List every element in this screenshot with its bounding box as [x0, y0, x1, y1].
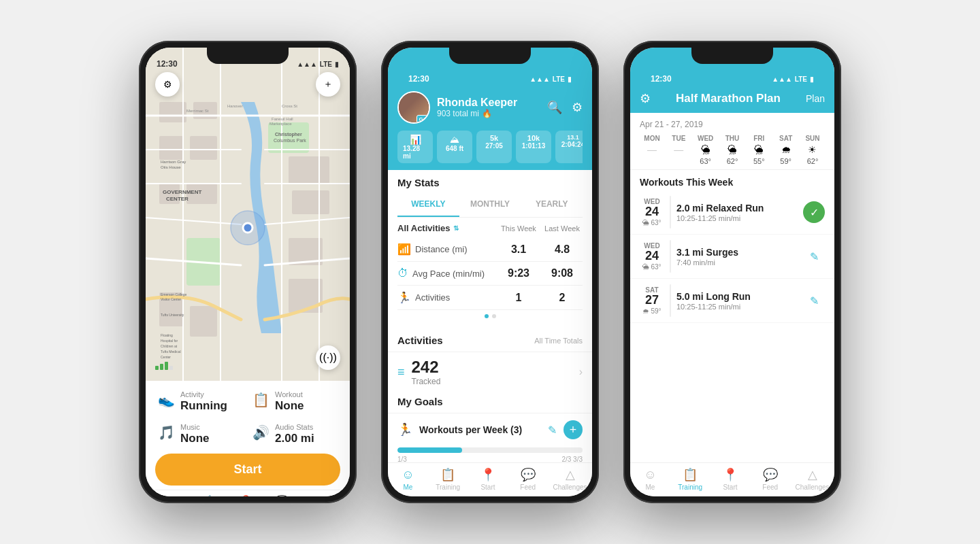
workout-action-2[interactable]: ✎ — [803, 245, 825, 267]
music-control[interactable]: 🎵 Music None — [155, 420, 246, 449]
activities-section: Activities All Time Totals ≡ 242 Tracked… — [388, 329, 592, 392]
list-icon: ≡ — [397, 365, 405, 379]
nav-challenges-1[interactable]: △ Challenges — [303, 494, 337, 496]
nav-start-1[interactable]: 📍 Start — [231, 494, 261, 496]
challenges-icon-1: △ — [315, 494, 325, 496]
workout-weather-2: 🌦 63° — [642, 263, 661, 271]
nav-challenges-3[interactable]: △ Challenges — [796, 467, 830, 491]
svg-text:Floating: Floating — [161, 333, 173, 337]
stats-row-distance: 📶 Distance (mi) 3.1 4.8 — [397, 237, 583, 262]
signal-bar-3 — [165, 362, 168, 370]
nav-training-1[interactable]: 📋 Training — [195, 494, 225, 496]
svg-text:CENTER: CENTER — [166, 196, 189, 202]
music-value: None — [180, 432, 210, 445]
badge-label-5k: 5k — [490, 134, 498, 142]
nav-start-2[interactable]: 📍 Start — [473, 467, 503, 491]
svg-text:Hanover: Hanover — [227, 104, 243, 108]
lte-icon-1: LTE — [320, 61, 332, 68]
signal-bar-4 — [169, 366, 173, 370]
distance-this-week: 3.1 — [498, 243, 539, 256]
workout-title-3: 5.0 mi Long Run — [676, 290, 798, 303]
nav-training-3[interactable]: 📋 Training — [675, 467, 705, 491]
audio-control[interactable]: 🔊 Audio Stats 2.00 mi — [250, 420, 340, 449]
workout-weather-1: 🌦 63° — [642, 219, 661, 226]
lte-label-2: LTE — [553, 75, 565, 83]
nav-me-2[interactable]: ☺ Me — [393, 468, 423, 491]
workout-control[interactable]: 📋 Workout None — [250, 388, 340, 416]
workout-temp-1: 63° — [651, 219, 661, 226]
workout-pace-2: 7:40 min/mi — [676, 258, 798, 267]
add-button[interactable]: ＋ — [316, 72, 340, 97]
badges-row: 📊 13.28 mi ⛰ 648 ft 5k 27:05 10k 1:01:13 — [397, 131, 583, 163]
fri-weather-icon: 🌦 — [754, 144, 764, 155]
status-time-3: 12:30 — [651, 74, 672, 84]
nav-training-2[interactable]: 📋 Training — [433, 467, 463, 491]
my-stats-title: My Stats — [397, 177, 583, 188]
status-icons-3: ▲▲▲ LTE ▮ — [772, 75, 814, 83]
search-icon-2[interactable]: 🔍 — [547, 100, 562, 115]
goal-add-button[interactable]: + — [564, 420, 583, 439]
battery-icon-1: ▮ — [335, 61, 339, 68]
calendar-days: MON — TUE — WED 🌦 63° T — [640, 135, 825, 165]
workout-weather-3: 🌧 59° — [642, 307, 661, 315]
gear-icon-2[interactable]: ⚙ — [572, 100, 583, 115]
badge-val-elevation: 648 ft — [446, 145, 463, 152]
nav-feed-1[interactable]: 💬 Feed — [267, 494, 297, 496]
signal-icon-1: ▲▲▲ — [297, 61, 317, 68]
music-label: Music — [180, 423, 210, 432]
nav-start-3[interactable]: 📍 Start — [715, 467, 745, 491]
bottom-nav-2: ☺ Me 📋 Training 📍 Start 💬 Feed △ Ch — [388, 462, 592, 496]
nav-me-1[interactable]: ☺ Me — [159, 495, 189, 496]
start-button[interactable]: Start — [155, 454, 340, 486]
nav-me-3[interactable]: ☺ Me — [635, 468, 665, 491]
nav-feed-3[interactable]: 💬 Feed — [755, 467, 785, 491]
workout-title-1: 2.0 mi Relaxed Run — [676, 202, 798, 214]
settings-button[interactable]: ⚙ — [155, 72, 180, 97]
tab-weekly[interactable]: WEEKLY — [397, 192, 459, 217]
badge-val-5k: 27:05 — [485, 142, 503, 150]
stats-header-row: All Activities ⇅ This Week Last Week — [397, 223, 583, 233]
workout-item-3: SAT 27 🌧 59° 5.0 mi Long Run 10:25-11:25… — [630, 279, 834, 323]
goal-run-icon: 🏃 — [397, 422, 412, 437]
nav-training-label-2: Training — [436, 483, 460, 491]
plan-button[interactable]: Plan — [806, 93, 825, 104]
svg-text:Tufts Medical: Tufts Medical — [161, 350, 181, 354]
goal-edit-icon[interactable]: ✎ — [548, 424, 557, 437]
bottom-nav-3: ☺ Me 📋 Training 📍 Start 💬 Feed △ Ch — [630, 462, 834, 496]
workout-weather-icon-2: 🌦 — [642, 263, 649, 271]
stats-filter[interactable]: All Activities ⇅ — [397, 223, 459, 233]
badge-val-half: 2:04:24 — [561, 141, 583, 148]
goals-section-header: My Goals — [388, 392, 592, 413]
music-icon: 🎵 — [158, 424, 175, 441]
activities-row[interactable]: ≡ 242 Tracked › — [388, 352, 592, 392]
feed-icon-1: 💬 — [274, 494, 289, 496]
activities-section-header: Activities All Time Totals — [388, 329, 592, 352]
badge-val-distance: 13.28 mi — [403, 145, 427, 160]
workout-action-1[interactable]: ✓ — [803, 201, 825, 223]
tab-yearly[interactable]: YEARLY — [521, 192, 583, 217]
header-icons: 🔍 ⚙ — [547, 100, 583, 115]
svg-text:Hospital for: Hospital for — [161, 339, 178, 343]
bottom-nav-1: ☺ Me 📋 Training 📍 Start 💬 Feed — [155, 490, 340, 496]
wifi-button[interactable]: ((·)) — [316, 345, 340, 370]
notch-1 — [207, 48, 289, 64]
workout-info-2: 3.1 mi Surges 7:40 min/mi — [676, 246, 798, 267]
nav-challenges-2[interactable]: △ Challenges — [553, 467, 587, 491]
workout-label: Workout — [275, 390, 304, 399]
workout-divider-1 — [670, 196, 671, 228]
cal-day-wed: WED 🌦 63° — [693, 135, 718, 165]
stats-tabs: WEEKLY MONTHLY YEARLY — [397, 192, 583, 218]
goals-section: My Goals 🏃 Workouts per Week (3) ✎ + 1/3… — [388, 392, 592, 464]
tab-monthly[interactable]: MONTHLY — [459, 192, 521, 217]
nav-feed-2[interactable]: 💬 Feed — [513, 467, 543, 491]
gear-icon-3[interactable]: ⚙ — [640, 91, 651, 106]
svg-text:Children at: Children at — [161, 344, 178, 348]
activity-control[interactable]: 👟 Activity Running — [155, 388, 246, 416]
stats-columns: This Week Last Week — [498, 224, 583, 233]
workout-action-3[interactable]: ✎ — [803, 290, 825, 311]
nav-start-label-2: Start — [480, 483, 495, 491]
pace-icon: ⏱ — [397, 267, 408, 279]
workout-temp-2: 63° — [651, 263, 661, 271]
phone-1: 12:30 ▲▲▲ LTE ▮ — [139, 41, 357, 503]
svg-rect-10 — [190, 306, 217, 337]
